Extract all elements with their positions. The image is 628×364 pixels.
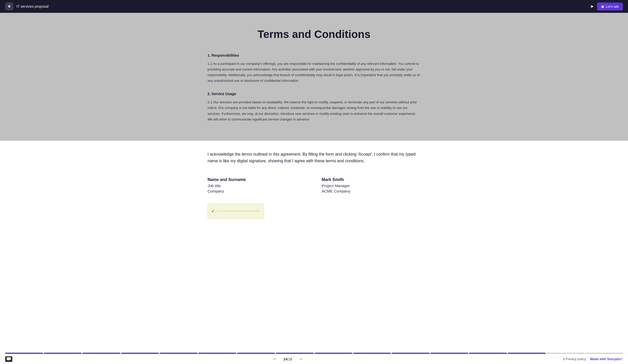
top-navigation: IT services proposal ➤ ▣ Let's talk: [0, 0, 628, 13]
sig-person-job: Project Manager: [322, 184, 420, 188]
sig-person-company: ACME Company: [322, 189, 420, 193]
terms-content: 1. Responsibilities 1.1 As a participant…: [208, 53, 420, 122]
document-title: IT services proposal: [16, 4, 48, 8]
signature-input-area: ✓: [208, 204, 420, 234]
privacy-policy-label: Privacy policy: [566, 357, 586, 361]
next-page-button[interactable]: →: [296, 355, 305, 363]
prev-page-button[interactable]: ←: [270, 355, 279, 363]
privacy-info-icon: ℹ: [563, 357, 565, 361]
acknowledgment-text: I acknowledge the terms outlined in this…: [208, 151, 420, 165]
bottom-right: ℹ Privacy policy Made with Storydoc°: [563, 357, 623, 361]
sig-person-name: Mark Smith: [322, 177, 420, 182]
current-page: 14: [283, 357, 287, 361]
signature-block: Name and Surname Job title Company Mark …: [208, 177, 420, 193]
made-with-storydoc[interactable]: Made with Storydoc°: [590, 357, 623, 361]
label-name-and-surname: Name and Surname: [208, 177, 306, 182]
sig-values-col: Mark Smith Project Manager ACME Company: [322, 177, 420, 193]
privacy-policy-link[interactable]: ℹ Privacy policy: [563, 357, 586, 361]
bottom-navigation: ← 14/16 → ℹ Privacy policy Made with Sto…: [0, 354, 628, 364]
signature-section: I acknowledge the terms outlined in this…: [0, 141, 628, 364]
lets-talk-icon: ▣: [601, 5, 604, 8]
send-icon[interactable]: ➤: [590, 4, 594, 9]
signature-box[interactable]: ✓: [208, 204, 264, 219]
section-2-heading: 2. Service Usage: [208, 92, 420, 96]
bottom-center: ← 14/16 →: [270, 355, 305, 363]
signature-checkmark: ✓: [211, 209, 215, 214]
terms-section: Terms and Conditions 1. Responsibilities…: [0, 13, 628, 141]
section-1-body: 1.1 As a participant in our company's of…: [208, 61, 420, 84]
comment-icon[interactable]: [5, 356, 12, 362]
main-content: Terms and Conditions 1. Responsibilities…: [0, 13, 628, 364]
sig-labels-col: Name and Surname Job title Company: [208, 177, 306, 193]
app-logo[interactable]: [5, 2, 13, 11]
section-1-heading: 1. Responsibilities: [208, 53, 420, 57]
total-pages: 16: [288, 357, 292, 361]
bottom-left: [5, 356, 12, 362]
section-2-body: 2.1 Our services are provided based on a…: [208, 99, 420, 122]
svg-marker-1: [7, 360, 8, 361]
nav-left: IT services proposal: [5, 2, 48, 11]
lets-talk-button[interactable]: ▣ Let's talk: [597, 3, 623, 11]
terms-title: Terms and Conditions: [5, 28, 623, 41]
nav-right: ➤ ▣ Let's talk: [590, 3, 623, 11]
svg-rect-0: [7, 357, 11, 360]
page-indicator: 14/16: [283, 357, 292, 361]
signature-line: [217, 211, 260, 211]
label-job-title: Job title: [208, 184, 306, 188]
label-company: Company: [208, 189, 306, 193]
